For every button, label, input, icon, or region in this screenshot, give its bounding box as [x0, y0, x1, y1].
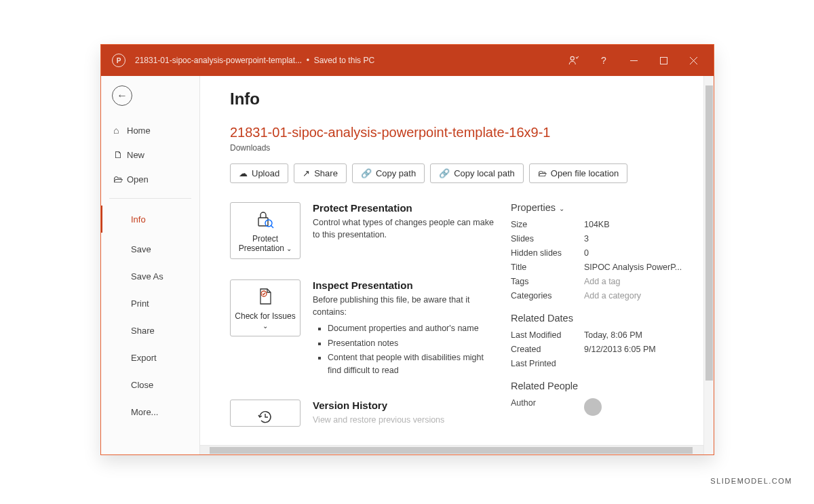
- version-history-button[interactable]: [230, 400, 301, 427]
- prop-key: Categories: [511, 291, 584, 301]
- prop-value[interactable]: Add a tag: [584, 277, 621, 286]
- scrollbar-thumb[interactable]: [210, 447, 693, 454]
- nav-label: Open: [127, 174, 149, 185]
- svg-rect-5: [258, 218, 268, 226]
- nav-label: Save As: [131, 271, 163, 282]
- nav-label: More...: [131, 407, 158, 417]
- copy-local-path-button[interactable]: 🔗Copy local path: [430, 163, 524, 183]
- nav-print[interactable]: Print: [101, 290, 199, 317]
- check-document-icon: [233, 287, 297, 307]
- section-heading: Protect Presentation: [313, 202, 495, 214]
- file-path[interactable]: Downloads: [230, 143, 697, 153]
- prop-value: [584, 398, 602, 416]
- nav-more[interactable]: More...: [101, 398, 199, 425]
- watermark: SLIDEMODEL.COM: [710, 477, 792, 485]
- account-icon[interactable]: [559, 45, 589, 76]
- prop-value[interactable]: SIPOC Analysis PowerP...: [584, 263, 682, 272]
- share-button[interactable]: ↗Share: [294, 163, 347, 183]
- nav-export[interactable]: Export: [101, 344, 199, 371]
- property-row: Size104KB: [511, 220, 697, 229]
- titlebar-filename: 21831-01-sipoc-analysis-powerpoint-templ…: [135, 56, 302, 65]
- file-title: 21831-01-sipoc-analysis-powerpoint-templ…: [230, 125, 697, 140]
- nav-save[interactable]: Save: [101, 235, 199, 263]
- nav-open[interactable]: 🗁 Open: [101, 167, 199, 191]
- upload-button[interactable]: ☁Upload: [230, 163, 288, 183]
- folder-icon: 🗁: [538, 168, 547, 178]
- prop-value: 104KB: [584, 220, 610, 229]
- prop-value[interactable]: Add a category: [584, 291, 641, 301]
- app-initial: P: [117, 57, 121, 64]
- nav-label: Print: [131, 298, 149, 309]
- upload-icon: ☁: [239, 168, 248, 178]
- svg-line-7: [271, 225, 273, 228]
- nav-save-as[interactable]: Save As: [101, 263, 199, 290]
- prop-key: Tags: [511, 277, 584, 286]
- open-file-location-button[interactable]: 🗁Open file location: [529, 163, 627, 183]
- titlebar: P 21831-01-sipoc-analysis-powerpoint-tem…: [101, 45, 714, 76]
- inspect-section: Check for Issues ⌄ Inspect Presentation …: [230, 279, 495, 379]
- nav-share[interactable]: Share: [101, 317, 199, 344]
- minimize-button[interactable]: [619, 45, 648, 76]
- inspect-list: Document properties and author's name Pr…: [328, 322, 495, 378]
- property-row: CategoriesAdd a category: [511, 291, 697, 301]
- version-section: Version History View and restore previou…: [230, 400, 495, 427]
- property-row: Hidden slides0: [511, 248, 697, 258]
- backstage-sidebar: ← ⌂ Home 🗋 New 🗁 Open Info Save Save As …: [101, 76, 200, 454]
- btn-label: Upload: [252, 168, 279, 178]
- btn-label: Check for Issues: [235, 311, 295, 321]
- nav-label: Home: [127, 125, 151, 136]
- new-icon: 🗋: [113, 149, 127, 160]
- close-button[interactable]: [678, 45, 708, 76]
- property-row: Slides3: [511, 234, 697, 244]
- section-body: Control what types of changes people can…: [313, 216, 495, 241]
- back-button[interactable]: ←: [112, 85, 132, 106]
- properties-heading[interactable]: Properties ⌄: [511, 202, 697, 213]
- avatar: [584, 398, 602, 416]
- content-area: Info 21831-01-sipoc-analysis-powerpoint-…: [200, 76, 714, 454]
- protect-presentation-button[interactable]: Protect Presentation ⌄: [230, 202, 301, 259]
- related-dates-heading: Related Dates: [511, 313, 697, 324]
- link-icon: 🔗: [361, 168, 372, 178]
- prop-key: Hidden slides: [511, 248, 584, 258]
- prop-key: Size: [511, 220, 584, 229]
- nav-home[interactable]: ⌂ Home: [101, 118, 199, 142]
- property-row: TitleSIPOC Analysis PowerP...: [511, 263, 697, 272]
- btn-label: Open file location: [551, 168, 619, 178]
- app-window: P 21831-01-sipoc-analysis-powerpoint-tem…: [100, 44, 714, 455]
- open-icon: 🗁: [113, 174, 127, 185]
- nav-label: Close: [131, 380, 153, 390]
- nav-info[interactable]: Info: [101, 206, 199, 233]
- lock-icon: [233, 210, 297, 230]
- prop-value: 0: [584, 248, 589, 258]
- horizontal-scrollbar[interactable]: [200, 445, 703, 454]
- prop-key: Last Printed: [511, 359, 584, 368]
- maximize-button[interactable]: [648, 45, 678, 76]
- protect-section: Protect Presentation ⌄ Protect Presentat…: [230, 202, 495, 259]
- prop-key: Author: [511, 398, 584, 416]
- nav-label: Export: [131, 353, 157, 363]
- nav-label: Save: [131, 244, 151, 254]
- prop-value: 9/12/2013 6:05 PM: [584, 345, 656, 354]
- chevron-down-icon: ⌄: [286, 245, 292, 252]
- copy-path-button[interactable]: 🔗Copy path: [352, 163, 425, 183]
- check-for-issues-button[interactable]: Check for Issues ⌄: [230, 279, 301, 336]
- nav-close[interactable]: Close: [101, 371, 199, 398]
- help-icon[interactable]: ?: [589, 45, 619, 76]
- titlebar-text: 21831-01-sipoc-analysis-powerpoint-templ…: [135, 56, 374, 65]
- nav-label: New: [127, 150, 144, 160]
- btn-label: Copy path: [376, 168, 416, 178]
- action-row: ☁Upload ↗Share 🔗Copy path 🔗Copy local pa…: [230, 163, 697, 183]
- chevron-down-icon: ⌄: [557, 205, 564, 212]
- nav-label: Info: [131, 214, 146, 225]
- related-people-heading: Related People: [511, 381, 697, 391]
- property-row: Last Printed: [511, 359, 697, 368]
- prop-key: Title: [511, 263, 584, 272]
- list-item: Content that people with disabilities mi…: [328, 351, 495, 378]
- nav-divider: [109, 198, 191, 199]
- home-icon: ⌂: [113, 125, 127, 136]
- list-item: Presentation notes: [328, 337, 495, 350]
- heading-label: Properties: [511, 202, 556, 213]
- vertical-scrollbar[interactable]: [703, 76, 714, 454]
- scrollbar-thumb[interactable]: [705, 85, 713, 381]
- nav-new[interactable]: 🗋 New: [101, 142, 199, 167]
